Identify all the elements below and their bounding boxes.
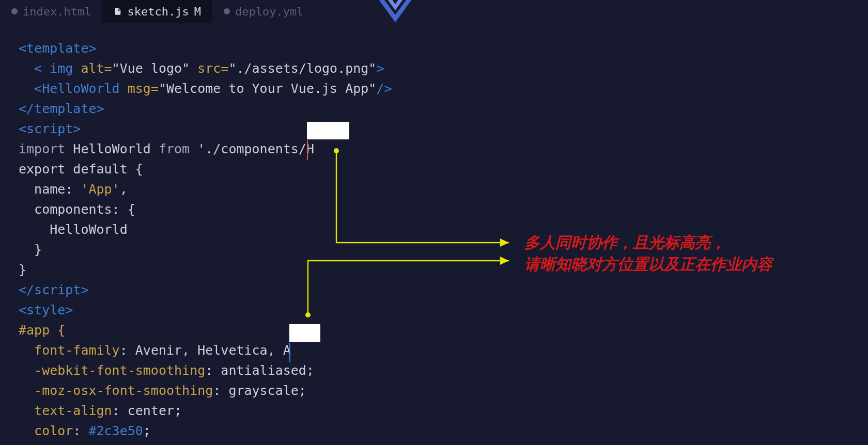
collab-cursor-user2: 陈浩: [289, 343, 290, 362]
dirty-dot-icon: [224, 8, 230, 14]
modified-mark: M: [194, 5, 201, 18]
code-text: <template>: [19, 41, 97, 56]
collab-cursor-user1: 曾小东: [307, 140, 308, 160]
tab-bar: index.html sketch.js M deploy.yml: [0, 0, 868, 23]
file-icon: [114, 7, 122, 15]
tab-label: index.html: [23, 5, 91, 18]
collab-label-user2: 陈浩: [289, 324, 320, 342]
tab-label: sketch.js: [127, 5, 189, 18]
tab-index-html[interactable]: index.html: [0, 0, 102, 23]
collab-label-user1: 曾小东: [307, 122, 349, 139]
tab-deploy-yml[interactable]: deploy.yml: [212, 0, 315, 23]
code-editor[interactable]: <template> < img alt="Vue logo" src="./a…: [0, 23, 868, 445]
tab-label: deploy.yml: [235, 5, 303, 18]
tab-sketch-js[interactable]: sketch.js M: [102, 0, 212, 23]
dirty-dot-icon: [11, 8, 18, 14]
